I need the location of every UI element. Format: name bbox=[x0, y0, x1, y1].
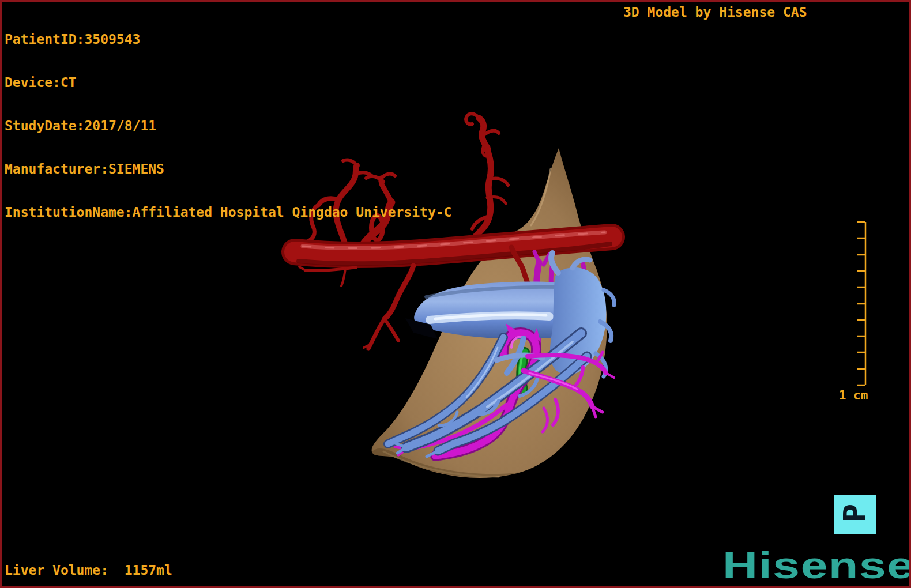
scale-ruler: 1 cm bbox=[839, 222, 868, 402]
ruler-label: 1 cm bbox=[839, 389, 868, 402]
app-window: 1 cm PatientID:3509543 Device:CT StudyDa… bbox=[0, 0, 911, 588]
manufacturer-line: Manufacturer:SIEMENS bbox=[5, 162, 451, 176]
app-title: 3D Model by Hisense CAS bbox=[623, 5, 807, 20]
liver-volume-readout: Liver Volume: 1157ml bbox=[5, 563, 172, 578]
device-line: Device:CT bbox=[5, 76, 451, 90]
orientation-marker[interactable]: P bbox=[834, 495, 876, 534]
study-date-line: StudyDate:2017/8/11 bbox=[5, 119, 451, 133]
orientation-letter-p: P bbox=[840, 504, 871, 523]
patient-id-line: PatientID:3509543 bbox=[5, 32, 451, 47]
patient-info-block: PatientID:3509543 Device:CT StudyDate:20… bbox=[5, 3, 451, 248]
institution-line: InstitutionName:Affiliated Hospital Qing… bbox=[5, 205, 451, 220]
hisense-logo: Hisense bbox=[722, 548, 911, 583]
